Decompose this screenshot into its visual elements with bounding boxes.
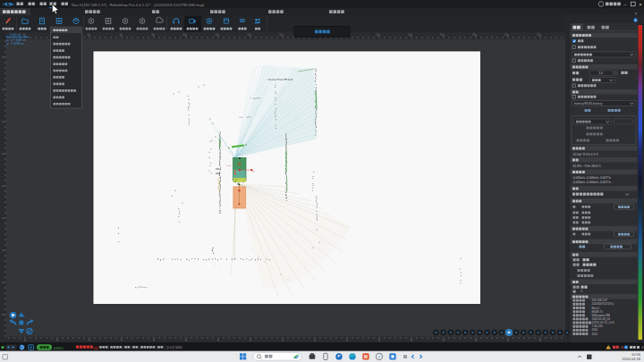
svg-text:00: 00 (621, 346, 624, 349)
svg-text:22: 22 (376, 33, 379, 37)
svg-text:1.0: 1.0 (598, 72, 603, 75)
svg-text:3D: 3D (240, 19, 246, 23)
svg-text:×: × (634, 11, 637, 16)
svg-text:14: 14 (247, 33, 250, 37)
svg-text:22.5d° 9.1% 0.1°C: 22.5d° 9.1% 0.1°C (573, 153, 599, 156)
svg-text:0: 0 (642, 346, 644, 349)
svg-text:(0)!: (0)! (94, 347, 98, 350)
svg-text:1.00 m: 1.00 m (10, 32, 21, 37)
svg-text:2024-04-18: 2024-04-18 (623, 357, 641, 361)
svg-text:-0.005m/s -0.005m/s -0.007°/: -0.005m/s -0.005m/s -0.007°/s (572, 176, 611, 180)
svg-text:P: P (338, 354, 341, 358)
svg-text:0.03: 0.03 (227, 164, 232, 167)
svg-text:!: ! (608, 346, 609, 349)
svg-text:i: i (635, 19, 636, 22)
svg-text:×: × (639, 2, 642, 7)
svg-text:4210: 4210 (592, 333, 598, 336)
svg-text:-0.005m/s -0.005m/s -0.007°/: -0.005m/s -0.005m/s -0.007°/s (572, 181, 611, 184)
svg-text:10: 10 (182, 33, 186, 37)
svg-text:5: 5 (581, 290, 583, 293)
svg-text:12: 12 (215, 33, 218, 37)
svg-text:26: 26 (440, 33, 444, 37)
svg-text:16: 16 (279, 33, 283, 37)
svg-text:24: 24 (408, 33, 411, 37)
svg-text:(2,4,7) 100%: (2,4,7) 100% (166, 346, 182, 349)
svg-text:61.8% ~17m 28.0°C: 61.8% ~17m 28.0°C (573, 164, 602, 168)
svg-text:Nav-D(192.168.2.37) - RoboSh: Nav-D(192.168.2.37) - RoboShop Pro-4.4.1… (72, 3, 204, 7)
svg-text:battery/W031.battery: battery/W031.battery (574, 102, 603, 105)
svg-text:32: 32 (537, 33, 540, 37)
svg-text:28: 28 (472, 33, 476, 37)
svg-text:30: 30 (504, 33, 508, 37)
svg-text:y: 7.629 m: y: 7.629 m (7, 41, 25, 46)
svg-text:W: W (364, 355, 369, 359)
svg-text:4.9/5.0: 4.9/5.0 (54, 347, 63, 350)
